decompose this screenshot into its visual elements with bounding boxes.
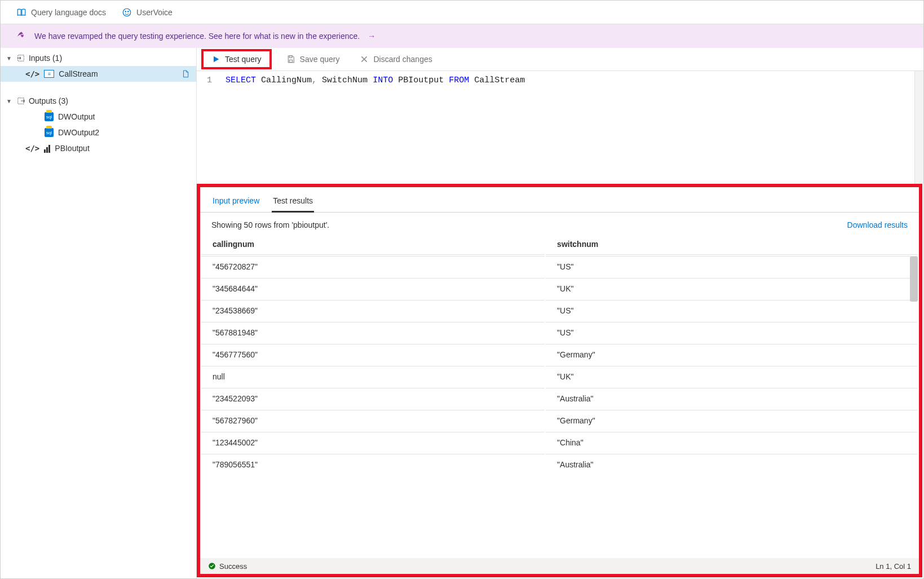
svg-point-2 (128, 11, 129, 12)
cell-switchnum: "US" (546, 322, 918, 343)
query-language-docs-link[interactable]: Query language docs (16, 7, 106, 17)
sql-db-icon: sql (45, 112, 54, 121)
input-icon (16, 54, 25, 63)
results-table: callingnum switchnum "456720827""US""345… (200, 233, 919, 476)
results-tabs: Input preview Test results (200, 187, 919, 213)
table-row[interactable]: null"UK" (201, 366, 918, 387)
discard-changes-button[interactable]: Discard changes (354, 52, 437, 66)
cursor-position: Ln 1, Col 1 (876, 562, 911, 571)
status-text: Success (219, 562, 247, 571)
uservoice-link[interactable]: UserVoice (122, 7, 173, 17)
main-content: ▼ Inputs (1) </> ≡ CallStream ▼ Outputs … (1, 48, 923, 578)
save-query-label: Save query (300, 55, 340, 64)
cell-switchnum: "US" (546, 300, 918, 321)
cell-callingnum: "234538669" (201, 300, 545, 321)
powerbi-icon (44, 144, 50, 153)
document-icon[interactable] (182, 69, 189, 78)
save-query-button[interactable]: Save query (281, 52, 346, 66)
line-number: 1 (207, 76, 212, 179)
cell-callingnum: "567827960" (201, 410, 545, 431)
smiley-icon (122, 7, 132, 17)
table-header-row: callingnum switchnum (201, 234, 918, 255)
outputs-label: Outputs (3) (29, 96, 68, 105)
tab-input-preview[interactable]: Input preview (211, 193, 260, 212)
sidebar-item-dwoutput2[interactable]: sql DWOutput2 (1, 125, 196, 140)
table-row[interactable]: "234522093""Australia" (201, 388, 918, 409)
editor-scrollbar[interactable] (914, 71, 923, 184)
cell-callingnum: "234522093" (201, 388, 545, 409)
docs-label: Query language docs (31, 8, 106, 17)
outputs-header[interactable]: ▼ Outputs (3) (1, 93, 196, 109)
svg-rect-6 (289, 60, 292, 62)
cell-switchnum: "US" (546, 256, 918, 277)
callstream-label: CallStream (59, 69, 98, 78)
discard-label: Discard changes (373, 55, 432, 64)
cell-switchnum: "China" (546, 432, 918, 453)
cell-callingnum: "123445002" (201, 432, 545, 453)
svg-point-3 (21, 34, 23, 35)
right-pane: Test query Save query Discard changes 1 … (197, 48, 923, 578)
cell-callingnum: "456720827" (201, 256, 545, 277)
cell-switchnum: "Germany" (546, 410, 918, 431)
results-table-container[interactable]: callingnum switchnum "456720827""US""345… (200, 233, 919, 558)
sidebar: ▼ Inputs (1) </> ≡ CallStream ▼ Outputs … (1, 48, 197, 578)
results-panel: Input preview Test results Showing 50 ro… (197, 184, 922, 577)
query-editor[interactable]: 1 SELECT CallingNum, SwitchNum INTO PBIo… (197, 71, 923, 184)
table-row[interactable]: "234538669""US" (201, 300, 918, 321)
table-row[interactable]: "567827960""Germany" (201, 410, 918, 431)
book-icon (16, 7, 26, 17)
rocket-icon (16, 31, 26, 41)
success-check-icon (208, 562, 216, 570)
cell-callingnum: "567881948" (201, 322, 545, 343)
cell-switchnum: "Germany" (546, 344, 918, 365)
col-callingnum[interactable]: callingnum (201, 234, 545, 255)
sidebar-item-callstream[interactable]: </> ≡ CallStream (1, 66, 196, 82)
table-row[interactable]: "789056551""Australia" (201, 454, 918, 475)
inputs-header[interactable]: ▼ Inputs (1) (1, 50, 196, 66)
dwoutput-label: DWOutput (58, 112, 95, 121)
stream-icon: ≡ (44, 70, 54, 78)
caret-down-icon: ▼ (6, 98, 12, 104)
top-links-bar: Query language docs UserVoice (1, 1, 923, 24)
uservoice-label: UserVoice (136, 8, 173, 17)
cell-callingnum: "345684644" (201, 278, 545, 299)
cell-switchnum: "UK" (546, 278, 918, 299)
sidebar-item-dwoutput[interactable]: sql DWOutput (1, 109, 196, 125)
banner-text: We have revamped the query testing exper… (34, 32, 360, 41)
table-row[interactable]: "456777560""Germany" (201, 344, 918, 365)
svg-rect-7 (289, 56, 292, 58)
table-row[interactable]: "345684644""UK" (201, 278, 918, 299)
table-row[interactable]: "123445002""China" (201, 432, 918, 453)
sidebar-item-pbioutput[interactable]: </> PBIoutput (1, 140, 196, 156)
cell-switchnum: "Australia" (546, 388, 918, 409)
code-icon: </> (25, 69, 39, 78)
caret-down-icon: ▼ (6, 55, 12, 61)
table-row[interactable]: "567881948""US" (201, 322, 918, 343)
results-summary: Showing 50 rows from 'pbioutput'. (211, 220, 329, 229)
cell-callingnum: "456777560" (201, 344, 545, 365)
cell-callingnum: null (201, 366, 545, 387)
code-line: SELECT CallingNum, SwitchNum INTO PBIout… (226, 76, 525, 179)
sql-db-icon: sql (45, 128, 54, 137)
table-row[interactable]: "456720827""US" (201, 256, 918, 277)
tab-test-results[interactable]: Test results (272, 193, 314, 213)
col-switchnum[interactable]: switchnum (546, 234, 918, 255)
download-results-link[interactable]: Download results (847, 220, 908, 229)
cell-callingnum: "789056551" (201, 454, 545, 475)
arrow-right-icon[interactable]: → (368, 32, 375, 41)
results-header: Showing 50 rows from 'pbioutput'. Downlo… (200, 213, 919, 233)
query-toolbar: Test query Save query Discard changes (197, 48, 923, 71)
info-banner: We have revamped the query testing exper… (1, 24, 923, 48)
test-query-button[interactable]: Test query (201, 49, 272, 69)
inputs-label: Inputs (1) (29, 54, 62, 63)
test-query-label: Test query (225, 55, 262, 64)
status-bar: Success Ln 1, Col 1 (200, 558, 919, 574)
output-icon (16, 96, 25, 105)
svg-point-1 (125, 11, 126, 12)
results-scrollbar-thumb[interactable] (910, 257, 918, 302)
cell-switchnum: "UK" (546, 366, 918, 387)
svg-point-0 (123, 8, 131, 16)
code-icon: </> (25, 144, 39, 153)
pbioutput-label: PBIoutput (55, 144, 90, 153)
dwoutput2-label: DWOutput2 (58, 128, 99, 137)
